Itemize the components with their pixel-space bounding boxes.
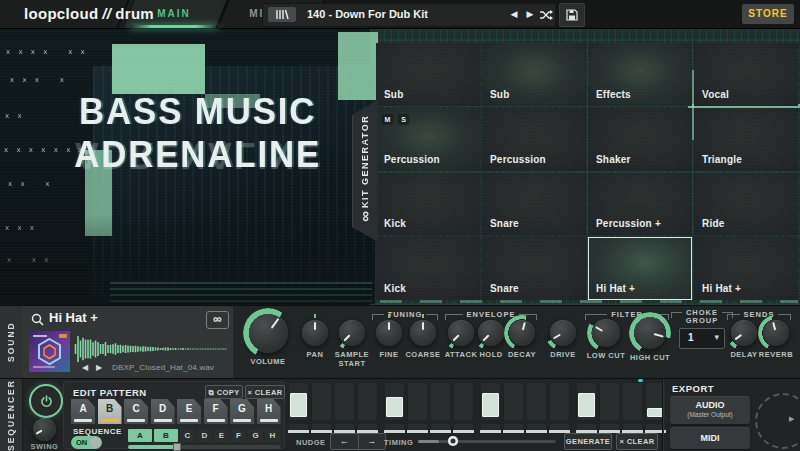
solo-button[interactable]: S bbox=[398, 114, 409, 125]
timing-slider[interactable] bbox=[418, 440, 556, 443]
velocity-cell-8[interactable] bbox=[453, 423, 474, 434]
preset-next-button[interactable]: ▶ bbox=[523, 4, 537, 25]
drum-pad-triangle-7[interactable]: Triangle bbox=[694, 108, 798, 171]
pattern-button-e[interactable]: E bbox=[177, 399, 201, 424]
velocity-cell-1[interactable] bbox=[288, 423, 309, 434]
shuffle-button[interactable] bbox=[539, 8, 553, 22]
nudge-right-button[interactable]: → bbox=[359, 434, 386, 449]
drum-pad-effects-2[interactable]: Effects bbox=[588, 43, 692, 106]
step-cell-3[interactable] bbox=[334, 382, 355, 421]
drum-pad-percussion-4[interactable]: MSPercussion bbox=[376, 108, 480, 171]
velocity-cell-11[interactable] bbox=[526, 423, 547, 434]
clear-pattern-button[interactable]: × CLEAR bbox=[245, 385, 285, 399]
step-cell-14[interactable] bbox=[599, 382, 620, 421]
next-sample-button[interactable]: ▶ bbox=[96, 363, 102, 372]
reverb-knob[interactable] bbox=[763, 320, 789, 346]
coarse-knob[interactable] bbox=[410, 320, 436, 346]
drum-pad-shaker-6[interactable]: Shaker bbox=[588, 108, 692, 171]
library-button[interactable] bbox=[268, 7, 296, 22]
step-cell-12[interactable] bbox=[549, 382, 570, 421]
sequence-slot-c[interactable]: C bbox=[180, 429, 195, 442]
pattern-button-f[interactable]: F bbox=[204, 399, 228, 424]
drum-pad-snare-13[interactable]: Snare bbox=[482, 237, 586, 300]
drum-pad-percussion-5[interactable]: Percussion bbox=[482, 108, 586, 171]
step-cell-9[interactable] bbox=[480, 382, 501, 421]
copy-pattern-button[interactable]: ⧉ COPY bbox=[205, 385, 243, 399]
attack-knob[interactable] bbox=[448, 320, 474, 346]
sequence-slot-b[interactable]: B bbox=[154, 429, 178, 442]
preset-prev-button[interactable]: ◀ bbox=[507, 4, 521, 25]
volume-knob[interactable] bbox=[248, 313, 288, 353]
swing-knob[interactable] bbox=[33, 418, 56, 441]
velocity-cell-7[interactable] bbox=[430, 423, 451, 434]
sequence-slider-handle[interactable] bbox=[173, 443, 181, 451]
pan-knob[interactable] bbox=[302, 320, 328, 346]
step-cell-8[interactable] bbox=[453, 382, 474, 421]
sequence-slot-g[interactable]: G bbox=[248, 429, 263, 442]
sequencer-power-button[interactable] bbox=[29, 384, 63, 418]
export-midi-button[interactable]: MIDI bbox=[670, 427, 750, 449]
velocity-cell-10[interactable] bbox=[503, 423, 524, 434]
pattern-button-d[interactable]: D bbox=[151, 399, 175, 424]
generate-button[interactable]: GENERATE bbox=[564, 433, 612, 450]
drum-pad-snare-9[interactable]: Snare bbox=[482, 173, 586, 236]
drum-pad-sub-1[interactable]: Sub bbox=[482, 43, 586, 106]
export-audio-button[interactable]: AUDIO (Master Output) bbox=[670, 396, 750, 424]
steps-clear-button[interactable]: × CLEAR bbox=[616, 433, 658, 450]
sample-start-knob[interactable] bbox=[339, 320, 365, 346]
drum-pad-kick-8[interactable]: Kick bbox=[376, 173, 480, 236]
pattern-button-c[interactable]: C bbox=[124, 399, 148, 424]
drum-pad-ride-11[interactable]: Ride bbox=[694, 173, 798, 236]
store-button[interactable]: STORE bbox=[742, 4, 794, 24]
infinity-button[interactable]: ∞ bbox=[206, 311, 229, 329]
drum-pad-percussion-10[interactable]: Percussion + bbox=[588, 173, 692, 236]
drum-pad-hi-hat-15[interactable]: Hi Hat + bbox=[694, 237, 798, 300]
step-cell-10[interactable] bbox=[503, 382, 524, 421]
step-cell-1[interactable] bbox=[288, 382, 309, 421]
velocity-cell-9[interactable] bbox=[480, 423, 501, 434]
hold-knob[interactable] bbox=[478, 320, 504, 346]
fine-knob[interactable] bbox=[376, 320, 402, 346]
step-cell-6[interactable] bbox=[407, 382, 428, 421]
sequence-slot-a[interactable]: A bbox=[128, 429, 152, 442]
delay-knob[interactable] bbox=[731, 320, 757, 346]
step-cell-7[interactable] bbox=[430, 382, 451, 421]
nudge-left-button[interactable]: ← bbox=[331, 434, 359, 449]
sequence-on-toggle[interactable]: ON bbox=[71, 436, 102, 449]
sequence-length-slider[interactable] bbox=[128, 445, 280, 449]
prev-sample-button[interactable]: ◀ bbox=[82, 363, 88, 372]
step-cell-2[interactable] bbox=[311, 382, 332, 421]
kit-generator-tab[interactable]: ∞ KIT GENERATOR bbox=[352, 100, 378, 242]
drum-pad-sub-0[interactable]: Sub bbox=[376, 43, 480, 106]
step-cell-13[interactable] bbox=[576, 382, 597, 421]
preset-name[interactable]: 140 - Down For Dub Kit bbox=[307, 4, 428, 25]
drum-pad-vocal-3[interactable]: Vocal bbox=[694, 43, 798, 106]
velocity-cell-5[interactable] bbox=[384, 423, 405, 434]
pattern-button-h[interactable]: H bbox=[257, 399, 281, 424]
low-cut-knob[interactable] bbox=[592, 319, 620, 347]
step-cell-4[interactable] bbox=[357, 382, 378, 421]
pattern-button-b[interactable]: B bbox=[98, 399, 122, 424]
sequence-slot-f[interactable]: F bbox=[231, 429, 246, 442]
sequence-slot-e[interactable]: E bbox=[214, 429, 229, 442]
drum-pad-kick-12[interactable]: Kick bbox=[376, 237, 480, 300]
sequence-slot-d[interactable]: D bbox=[197, 429, 212, 442]
choke-group-dropdown[interactable]: 1 ▾ bbox=[679, 328, 725, 349]
mute-button[interactable]: M bbox=[382, 114, 393, 125]
velocity-cell-6[interactable] bbox=[407, 423, 428, 434]
save-preset-button[interactable] bbox=[559, 3, 585, 27]
step-cell-5[interactable] bbox=[384, 382, 405, 421]
tab-main[interactable]: MAIN bbox=[130, 0, 218, 28]
decay-knob[interactable] bbox=[509, 320, 535, 346]
step-cell-11[interactable] bbox=[526, 382, 547, 421]
sequence-slot-h[interactable]: H bbox=[265, 429, 280, 442]
pattern-button-g[interactable]: G bbox=[230, 399, 254, 424]
step-cell-15[interactable] bbox=[622, 382, 643, 421]
drum-pad-hi-hat-14[interactable]: Hi Hat + bbox=[588, 237, 692, 300]
pattern-button-a[interactable]: A bbox=[71, 399, 95, 424]
timing-slider-handle[interactable] bbox=[448, 436, 458, 446]
high-cut-knob[interactable] bbox=[634, 317, 666, 349]
velocity-cell-2[interactable] bbox=[311, 423, 332, 434]
drive-knob[interactable] bbox=[550, 320, 576, 346]
pack-artwork[interactable] bbox=[29, 331, 70, 372]
